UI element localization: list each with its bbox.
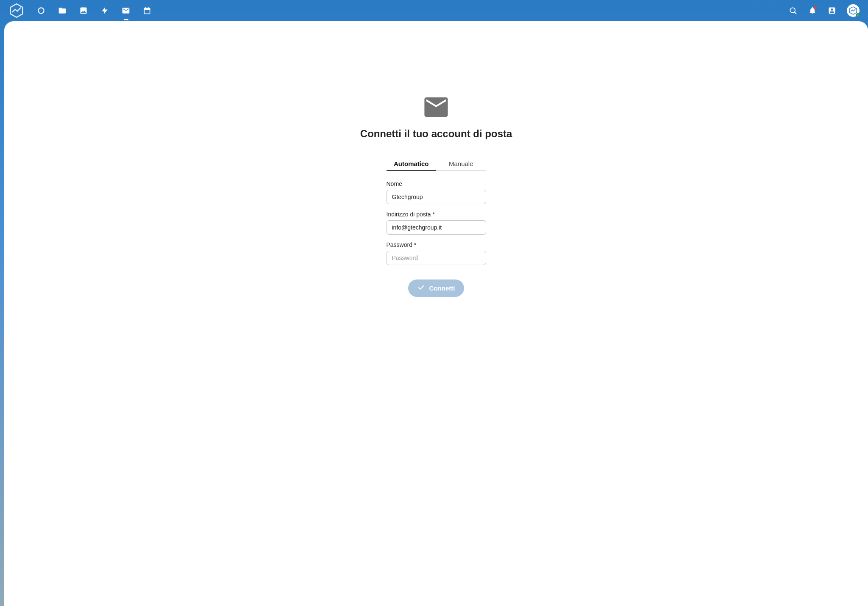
password-input[interactable]: [387, 251, 486, 265]
nav-activity-icon[interactable]: [100, 6, 109, 15]
nav-calendar-icon[interactable]: [142, 6, 152, 15]
app-logo-icon[interactable]: [8, 3, 25, 19]
setup-tabs: Automatico Manuale: [387, 160, 486, 171]
tab-automatic[interactable]: Automatico: [387, 160, 437, 171]
topbar-right: [788, 4, 860, 17]
connect-form: Nome Indirizzo di posta * Password * Con…: [387, 179, 486, 297]
nav-mail-icon[interactable]: [121, 6, 131, 15]
connect-button-label: Connetti: [429, 285, 455, 292]
profile-avatar-icon[interactable]: [847, 4, 860, 17]
name-label: Nome: [387, 180, 486, 187]
topbar-left: [8, 3, 152, 19]
svg-point-0: [38, 8, 44, 13]
notification-badge: [814, 6, 817, 9]
page-title: Connetti il tuo account di posta: [360, 128, 512, 140]
connect-button[interactable]: Connetti: [408, 279, 465, 297]
tab-manual[interactable]: Manuale: [436, 160, 486, 171]
topbar: [0, 0, 868, 21]
check-icon: [417, 284, 425, 293]
email-input[interactable]: [387, 220, 486, 235]
nav-dashboard-icon[interactable]: [36, 6, 46, 15]
email-label: Indirizzo di posta *: [387, 211, 486, 218]
notifications-icon[interactable]: [808, 6, 817, 15]
contacts-icon[interactable]: [827, 6, 837, 15]
nav-photos-icon[interactable]: [79, 6, 88, 15]
svg-line-2: [795, 12, 796, 14]
password-label: Password *: [387, 241, 486, 248]
search-icon[interactable]: [788, 6, 798, 15]
name-input[interactable]: [387, 190, 486, 204]
main-panel: Connetti il tuo account di posta Automat…: [4, 21, 868, 606]
mail-hero-icon: [424, 97, 448, 119]
nav-files-icon[interactable]: [58, 6, 67, 15]
status-online-dot: [856, 13, 860, 17]
